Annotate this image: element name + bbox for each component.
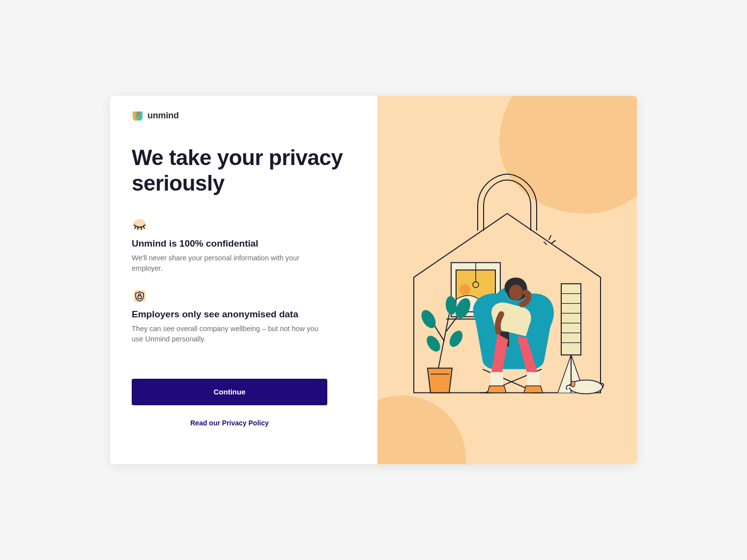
privacy-policy-link[interactable]: Read our Privacy Policy [132, 419, 327, 427]
feature-confidential: Unmind is 100% confidential We'll never … [132, 218, 358, 274]
svg-point-9 [460, 284, 470, 295]
continue-button[interactable]: Continue [132, 379, 327, 405]
decorative-blob [377, 395, 466, 464]
brand-logo: unmind [132, 110, 358, 121]
privacy-card: unmind We take your privacy seriously Un… [110, 96, 637, 464]
svg-rect-38 [490, 372, 503, 386]
unmind-logo-icon [132, 110, 144, 121]
svg-rect-13 [561, 284, 581, 355]
content-pane: unmind We take your privacy seriously Un… [110, 96, 377, 464]
svg-point-22 [571, 381, 575, 387]
svg-point-36 [509, 285, 523, 301]
svg-rect-39 [527, 372, 540, 386]
shield-lock-icon [132, 288, 147, 304]
feature-anonymised: Employers only see anonymised data They … [132, 288, 358, 344]
svg-point-29 [424, 334, 443, 354]
closed-eye-icon [132, 218, 147, 233]
feature-desc: They can see overall company wellbeing –… [132, 324, 328, 344]
svg-line-2 [138, 227, 138, 229]
svg-point-30 [447, 329, 465, 349]
brand-name: unmind [147, 111, 179, 121]
action-group: Continue Read our Privacy Policy [132, 379, 358, 427]
feature-title: Unmind is 100% confidential [132, 238, 358, 249]
privacy-home-illustration [404, 167, 610, 403]
feature-desc: We'll never share your personal informat… [132, 253, 328, 274]
app-frame: unmind We take your privacy seriously Un… [59, 44, 688, 516]
feature-title: Employers only see anonymised data [132, 309, 358, 320]
page-title: We take your privacy seriously [132, 145, 358, 196]
svg-line-3 [141, 227, 142, 229]
illustration-pane [377, 96, 637, 464]
